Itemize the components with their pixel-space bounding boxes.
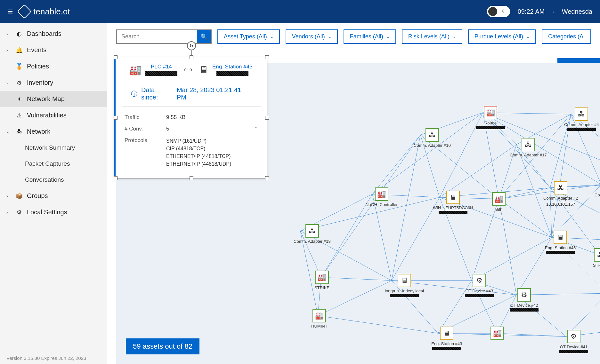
chevron-down-icon: ⌄ — [453, 35, 456, 39]
node-label: OT Device #43 — [466, 289, 493, 293]
node-icon: 🖧 — [305, 224, 319, 238]
map-node[interactable]: 🏭NaOH_Controller — [366, 187, 398, 207]
protocol-item: SNMP (161/UDP) — [166, 137, 258, 145]
filter-families[interactable]: Families (All)⌄ — [344, 29, 396, 44]
nav-local-settings[interactable]: ›⚙Local Settings — [0, 204, 107, 220]
chevron-down-icon: ⌄ — [328, 35, 331, 39]
map-node[interactable]: 🖧Comm. Adapter #8 — [595, 178, 600, 197]
redacted-text — [567, 128, 596, 131]
svg-line-14 — [552, 114, 571, 237]
node-icon: 🖧 — [554, 181, 567, 194]
map-node[interactable]: 🖧Comm. Adapter #10 — [414, 128, 451, 148]
protocols-row: ProtocolsSNMP (161/UDP)CIP (44818/TCP)ET… — [125, 135, 258, 170]
map-node[interactable]: 🏭STRIKE — [314, 271, 329, 290]
nav-vulnerabilities[interactable]: ⚠Vulnerabilities — [0, 107, 107, 123]
plc-icon: 🏭 — [130, 64, 142, 75]
redacted-text — [390, 294, 419, 297]
protocol-item: ETHERNET/IP (44818/TCP) — [166, 153, 258, 160]
protocol-item: CIP (44818/TCP) — [166, 145, 258, 153]
map-node[interactable]: 🖥Eng. Station #45 — [545, 231, 576, 254]
theme-toggle[interactable] — [487, 6, 510, 17]
node-label: Comm. Adapter #4 — [564, 122, 599, 127]
svg-line-34 — [499, 188, 550, 199]
map-node[interactable]: 🏭Rouge — [476, 106, 505, 129]
connection-detail-card[interactable]: ↻ 🏭 PLC #14 ‹··› 🖥 Eng. Station #43 ⓘ Da… — [114, 57, 267, 178]
node-icon: 🖧 — [594, 248, 600, 262]
filter-vendors[interactable]: Vendors (All)⌄ — [286, 29, 338, 44]
nav-groups[interactable]: ›📦Groups — [0, 188, 107, 204]
search-input[interactable] — [117, 30, 197, 43]
reload-icon[interactable]: ↻ — [187, 41, 196, 50]
nav-inventory[interactable]: ›⚙Inventory — [0, 75, 107, 91]
filter-purdue-levels[interactable]: Purdue Levels (All)⌄ — [468, 29, 536, 44]
svg-line-37 — [499, 199, 516, 295]
filter-asset-types[interactable]: Asset Types (All)⌄ — [217, 29, 280, 44]
nav-network-summary[interactable]: Network Summary — [0, 140, 107, 156]
nav-dashboards[interactable]: ›◐Dashboards — [0, 26, 107, 42]
asset-count-badge: 59 assets out of 82 — [126, 338, 199, 354]
svg-line-30 — [392, 197, 440, 281]
clock-sep: · — [552, 8, 554, 15]
sidebar: ›◐Dashboards ›🔔Events 🏅Policies ›⚙Invent… — [0, 23, 107, 364]
search-button[interactable]: 🔍 — [197, 30, 211, 43]
version-text: Version 3.15.30 Expires Jun 22, 2023 — [6, 355, 86, 361]
redacted-text — [145, 71, 177, 76]
map-node[interactable]: 🏭Sith — [492, 192, 506, 212]
network-map-icon: ✴ — [15, 96, 23, 103]
asset-b-link[interactable]: Eng. Station #43 — [212, 64, 253, 70]
svg-line-20 — [440, 145, 516, 197]
node-label: longrun1.indegy.local — [385, 289, 424, 293]
asset-a-link[interactable]: PLC #14 — [151, 64, 172, 70]
settings-icon: ⚙ — [15, 209, 23, 216]
node-label: STRIKE — [314, 285, 329, 290]
workstation-icon: 🖥 — [199, 64, 208, 75]
chevron-up-icon[interactable]: ⌃ — [254, 126, 258, 132]
redacted-text — [465, 294, 494, 297]
nav-events[interactable]: ›🔔Events — [0, 42, 107, 58]
map-node[interactable]: ⚙OT Device #41 — [559, 330, 588, 353]
map-node[interactable]: ⚙OT Device #43 — [465, 274, 494, 297]
search-icon: 🔍 — [200, 34, 207, 40]
node-label: Rouge — [484, 121, 497, 125]
chevron-down-icon: ⌄ — [270, 35, 273, 39]
data-since-row: ⓘ Data since: Mar 28, 2023 01:21:41 PM — [122, 81, 261, 107]
map-node[interactable]: ⚙OT Device #42 — [510, 288, 539, 312]
redacted-text — [216, 71, 248, 76]
menu-icon[interactable]: ≡ — [8, 6, 13, 17]
map-node[interactable]: 🖧Comm. Adapter #4 — [564, 107, 599, 131]
traffic-row: Traffic9.55 KB — [125, 112, 258, 123]
map-node[interactable]: 🖧Comm. Adapter #17 — [510, 138, 547, 157]
redacted-text — [546, 251, 575, 254]
map-node[interactable]: 🏭 — [491, 327, 504, 340]
redacted-text — [559, 350, 588, 353]
nav-policies[interactable]: 🏅Policies — [0, 58, 107, 75]
node-icon: ⚙ — [473, 274, 486, 287]
node-icon: 🏭 — [491, 327, 504, 340]
svg-line-62 — [321, 277, 392, 281]
svg-line-6 — [372, 113, 483, 194]
map-node[interactable]: 🖥WIN-UEUPT5DGA0H — [433, 191, 473, 214]
filter-categories[interactable]: Categories (Al — [542, 29, 591, 44]
filter-risk-levels[interactable]: Risk Levels (All)⌄ — [402, 29, 462, 44]
map-node[interactable]: 🏭HUMINT — [311, 309, 328, 328]
node-label: Eng. Station #43 — [431, 341, 462, 346]
brand-text: tenable.ot — [33, 7, 70, 17]
redacted-text — [439, 211, 467, 214]
map-node[interactable]: 🖥longrun1.indegy.local — [385, 274, 424, 297]
filter-bar: 🔍 Asset Types (All)⌄ Vendors (All)⌄ Fami… — [107, 23, 600, 50]
node-icon: 🖥 — [440, 327, 453, 340]
nav-network-map[interactable]: ✴Network Map — [0, 91, 107, 107]
nav-packet-captures[interactable]: Packet Captures — [0, 156, 107, 172]
network-icon: 🖧 — [15, 128, 23, 135]
map-node[interactable]: 🖧STRIKE — [593, 248, 600, 268]
nav-conversations[interactable]: Conversations — [0, 172, 107, 188]
nav-network[interactable]: ⌄🖧Network — [0, 123, 107, 140]
node-icon: 🖧 — [426, 128, 439, 142]
map-node[interactable]: 🖧Comm. Adapter #18 — [294, 224, 331, 244]
node-icon: 🖥 — [446, 191, 460, 204]
map-node[interactable]: 🖥Eng. Station #43 — [431, 327, 462, 350]
chevron-down-icon: ⌄ — [386, 35, 390, 39]
node-icon: 🖧 — [575, 107, 588, 121]
map-node[interactable]: 🖧Comm. Adapter #210.100.101.157 — [543, 181, 578, 207]
vuln-icon: ⚠ — [15, 112, 23, 119]
